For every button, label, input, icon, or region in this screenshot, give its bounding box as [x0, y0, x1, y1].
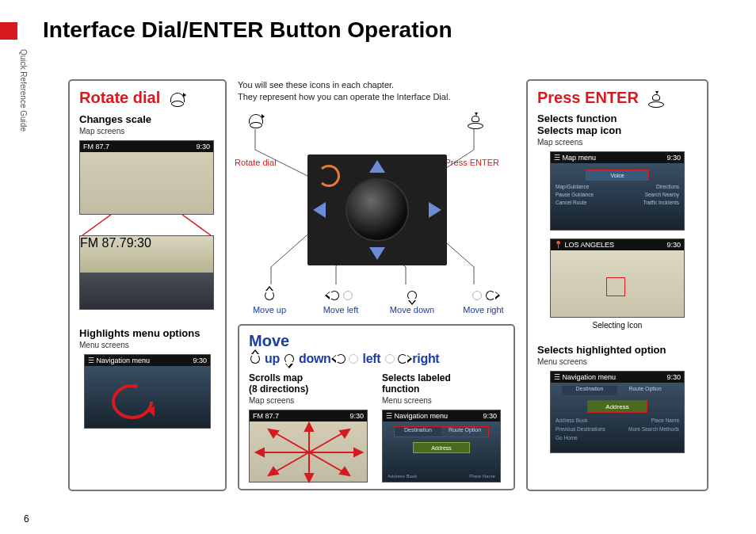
scrolls-map-heading-2: (8 directions): [249, 383, 371, 395]
selects-labeled-heading: Selects labeled: [382, 372, 504, 383]
svg-line-1: [182, 215, 211, 235]
svg-line-0: [82, 215, 111, 235]
move-up-icon: [263, 289, 276, 302]
red-corner-tab: [0, 22, 17, 40]
changes-scale-heading: Changes scale: [79, 113, 216, 125]
eight-arrows-icon: [250, 421, 368, 483]
scroll-map-screenshot: FM 87.79:30: [249, 410, 368, 483]
press-enter-panel-wrapper: Press ENTER Selects function Selects map…: [526, 79, 708, 491]
rotate-dial-heading: Rotate dial: [79, 89, 160, 107]
move-down-label: Move down: [390, 305, 434, 315]
selects-map-icon-heading: Selects map icon: [537, 124, 697, 136]
map-screens-label: Map screens: [537, 138, 697, 147]
move-left-icon: [334, 353, 347, 365]
svg-marker-21: [256, 448, 264, 456]
svg-line-26: [309, 431, 346, 452]
svg-marker-31: [340, 467, 349, 475]
dial-dot-icon: [347, 353, 360, 365]
press-enter-icon: [647, 92, 666, 108]
move-down-text: down: [299, 350, 331, 368]
svg-marker-25: [269, 429, 278, 437]
move-left-icon: [328, 289, 341, 302]
la-map-screenshot: 📍 LOS ANGELES9:30: [550, 238, 685, 318]
svg-line-30: [309, 452, 346, 474]
menu-screens-label: Menu screens: [382, 396, 504, 405]
move-down-icon: [283, 353, 296, 365]
map-screenshot: FM 87.79:30: [79, 140, 214, 215]
labeled-function-screenshot: ☰ Navigation menu9:30 Destination Route …: [382, 410, 501, 483]
rotate-dial-panel-wrapper: Rotate dial Changes scale Map screens FM…: [68, 79, 227, 491]
dial-diagram: Rotate dial Press ENTER: [238, 110, 515, 316]
move-up-label: Move up: [253, 305, 286, 315]
map-screens-label: Map screens: [249, 396, 371, 405]
move-up-icon: [249, 353, 262, 365]
highlights-menu-heading: Highlights menu options: [79, 327, 216, 339]
map-zoom-screenshot: FM 87.79:30: [79, 235, 214, 310]
move-left-label: Move left: [323, 305, 359, 315]
press-enter-panel: Press ENTER Selects function Selects map…: [526, 79, 708, 491]
move-right-icon: [396, 353, 409, 365]
page-number: 6: [24, 513, 29, 524]
svg-marker-19: [305, 474, 313, 482]
press-enter-heading: Press ENTER: [537, 89, 639, 107]
intro-text-1: You will see these icons in each chapter…: [238, 79, 515, 91]
move-left-text: left: [363, 350, 381, 368]
svg-line-28: [272, 452, 309, 474]
move-right-text: right: [412, 350, 439, 368]
svg-point-2: [113, 386, 151, 418]
dial-dot-icon: [342, 289, 354, 302]
nav-menu-screenshot: ☰ Navigation menu9:30: [84, 354, 211, 429]
rotate-dial-panel: Rotate dial Changes scale Map screens FM…: [68, 79, 227, 491]
svg-marker-29: [269, 467, 278, 475]
move-right-label: Move right: [463, 305, 503, 315]
move-down-icon: [406, 289, 418, 302]
svg-marker-27: [340, 429, 349, 437]
zoom-bracket-lines: [79, 215, 214, 235]
move-heading: Move: [249, 332, 504, 350]
dial-photo: [307, 154, 447, 265]
menu-screens-label: Menu screens: [79, 341, 216, 349]
menu-screens-label: Menu screens: [537, 357, 697, 366]
svg-marker-23: [354, 448, 362, 456]
move-right-icon: [484, 289, 497, 302]
selects-highlighted-heading: Selects highlighted option: [537, 344, 697, 356]
intro-text-2: They represent how you can operate the I…: [238, 91, 515, 103]
map-screens-label: Map screens: [79, 127, 216, 135]
map-menu-screenshot: ☰ Map menu9:30 Voice Map/GuidanceDirecti…: [550, 151, 685, 231]
rotate-highlight-icon: [109, 382, 156, 421]
move-up-text: up: [265, 350, 280, 368]
svg-line-24: [272, 431, 309, 452]
dial-dot-icon: [471, 289, 483, 302]
move-panel: Move up down left right Scrolls map (8 d…: [238, 324, 515, 490]
scrolls-map-heading: Scrolls map: [249, 372, 371, 383]
selects-function-heading: Selects function: [537, 113, 697, 124]
svg-marker-17: [305, 423, 313, 431]
center-column: You will see these icons in each chapter…: [238, 79, 515, 490]
selects-labeled-heading-2: function: [382, 383, 504, 395]
selecting-icon-caption: Selecting Icon: [537, 321, 697, 330]
highlighted-option-screenshot: ☰ Navigation menu9:30 Destination Route …: [550, 371, 685, 453]
rotate-dial-icon: [169, 93, 186, 107]
side-title: Quick Reference Guide: [19, 49, 28, 132]
dial-dot-icon: [384, 353, 396, 365]
page-title: Interface Dial/ENTER Button Operation: [43, 17, 452, 43]
